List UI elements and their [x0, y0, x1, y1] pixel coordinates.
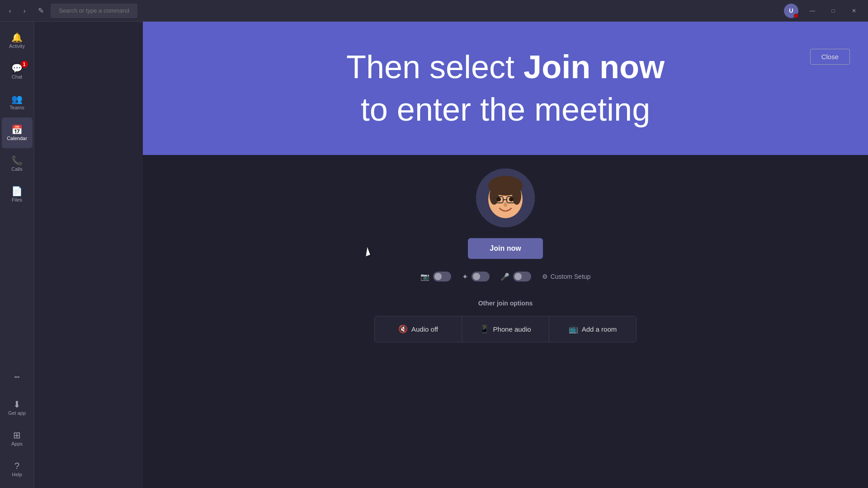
sidebar-item-getapp[interactable]: ⬇ Get app — [2, 392, 33, 423]
sidebar-label-files: Files — [12, 197, 22, 202]
title-bar-right: U — □ ✕ — [784, 4, 864, 18]
getapp-icon: ⬇ — [13, 400, 21, 409]
mic-icon: 🎤 — [500, 272, 509, 281]
activity-icon: 🔔 — [11, 33, 23, 42]
close-overlay-button[interactable]: Close — [810, 49, 850, 65]
sidebar-item-calendar[interactable]: 📅 Calendar — [2, 117, 33, 148]
phone-audio-icon: 📱 — [480, 324, 489, 334]
apps-icon: ⊞ — [13, 431, 21, 440]
window-controls: — □ ✕ — [802, 4, 864, 18]
video-toggle-knob — [434, 273, 442, 280]
help-icon: ? — [14, 461, 19, 470]
svg-point-4 — [512, 187, 521, 205]
mic-toggle-knob — [514, 273, 522, 280]
sidebar-item-activity[interactable]: 🔔 Activity — [2, 25, 33, 56]
video-toggle[interactable] — [433, 272, 451, 282]
forward-button[interactable]: › — [18, 5, 31, 17]
other-join-options: 🔇 Audio off 📱 Phone audio 📺 Add a room — [374, 316, 637, 343]
chat-badge: 1 — [21, 61, 28, 68]
sidebar-label-calls: Calls — [11, 167, 22, 172]
search-input[interactable] — [51, 4, 137, 18]
svg-point-8 — [504, 202, 507, 207]
svg-point-9 — [496, 197, 501, 202]
blur-toggle[interactable] — [472, 272, 490, 282]
audio-off-icon: 🔇 — [398, 324, 408, 334]
video-toggle-group: 📷 — [420, 272, 451, 282]
content-area: Then select Join now to enter the meetin… — [34, 22, 868, 488]
compose-button[interactable]: ✎ — [34, 5, 47, 17]
sidebar-label-help: Help — [12, 472, 22, 477]
instruction-prefix: Then select — [346, 49, 524, 85]
mic-toggle[interactable] — [513, 272, 531, 282]
blur-toggle-group: ✦ — [462, 272, 490, 282]
instruction-text: Then select Join now to enter the meetin… — [346, 46, 665, 131]
user-status-badge — [794, 14, 798, 18]
sidebar-label-apps: Apps — [11, 441, 23, 446]
audio-off-label: Audio off — [411, 325, 438, 333]
toggle-controls: 📷 ✦ 🎤 ⚙ — [420, 272, 591, 282]
back-button[interactable]: ‹ — [4, 5, 16, 17]
instruction-bold: Join now — [524, 49, 665, 85]
main-layout: 🔔 Activity 💬 Chat 1 👥 Teams 📅 Calendar 📞… — [0, 22, 868, 488]
audio-off-button[interactable]: 🔇 Audio off — [375, 316, 462, 342]
sidebar-label-calendar: Calendar — [7, 136, 27, 141]
custom-setup-label: Custom Setup — [551, 273, 591, 280]
minimize-button[interactable]: — — [802, 4, 823, 18]
more-icon: ••• — [14, 375, 20, 380]
calls-icon: 📞 — [11, 156, 23, 165]
nav-controls: ‹ › — [4, 5, 31, 17]
blur-icon: ✦ — [462, 272, 468, 281]
sidebar-label-activity: Activity — [9, 44, 25, 49]
svg-point-10 — [509, 197, 514, 202]
join-options-title: Other join options — [374, 300, 637, 307]
phone-audio-label: Phone audio — [493, 325, 531, 333]
sidebar-item-calls[interactable]: 📞 Calls — [2, 148, 33, 179]
sidebar: 🔔 Activity 💬 Chat 1 👥 Teams 📅 Calendar 📞… — [0, 22, 34, 488]
mic-toggle-group: 🎤 — [500, 272, 531, 282]
title-bar-left: ‹ › ✎ — [4, 4, 137, 18]
gear-icon: ⚙ — [542, 273, 548, 280]
instruction-suffix: to enter the meeting — [361, 91, 650, 127]
user-avatar-preview — [476, 169, 535, 227]
files-icon: 📄 — [11, 187, 23, 196]
blur-toggle-knob — [473, 273, 480, 280]
window-close-button[interactable]: ✕ — [844, 4, 864, 18]
sidebar-item-teams[interactable]: 👥 Teams — [2, 87, 33, 117]
sidebar-label-getapp: Get app — [8, 411, 26, 416]
calendar-icon: 📅 — [11, 125, 23, 134]
phone-audio-button[interactable]: 📱 Phone audio — [462, 316, 549, 342]
sidebar-label-chat: Chat — [12, 75, 22, 80]
sidebar-item-chat[interactable]: 💬 Chat 1 — [2, 56, 33, 87]
add-room-icon: 📺 — [569, 324, 578, 334]
sidebar-label-teams: Teams — [9, 105, 24, 110]
sidebar-item-files[interactable]: 📄 Files — [2, 179, 33, 210]
user-avatar[interactable]: U — [784, 4, 798, 18]
maximize-button[interactable]: □ — [823, 4, 844, 18]
teams-icon: 👥 — [11, 94, 23, 103]
add-room-button[interactable]: 📺 Add a room — [549, 316, 636, 342]
sidebar-item-more[interactable]: ••• — [2, 361, 33, 392]
sidebar-item-apps[interactable]: ⊞ Apps — [2, 423, 33, 454]
instruction-banner: Then select Join now to enter the meetin… — [143, 22, 868, 155]
sidebar-item-help[interactable]: ? Help — [2, 454, 33, 484]
add-room-label: Add a room — [582, 325, 617, 333]
join-now-button[interactable]: Join now — [468, 238, 542, 259]
meeting-preview: Join now 📷 ✦ 🎤 — [143, 155, 868, 488]
video-icon: 📷 — [420, 272, 429, 281]
custom-setup-button[interactable]: ⚙ Custom Setup — [542, 273, 591, 280]
title-bar: ‹ › ✎ U — □ ✕ — [0, 0, 868, 22]
